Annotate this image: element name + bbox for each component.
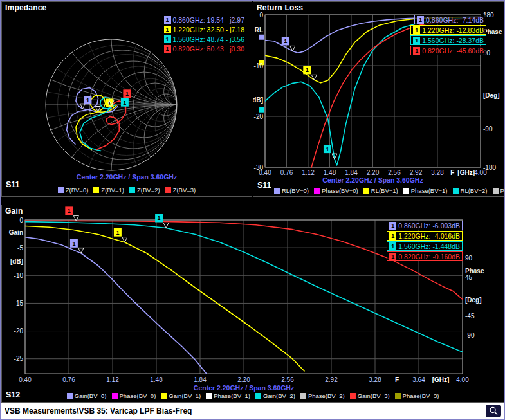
axis-label: [Deg] <box>483 92 500 99</box>
axis-label: -20 <box>254 113 264 120</box>
axis-label: 1 <box>125 91 129 97</box>
legend-item-Phase(BV=2)[interactable]: Phase(BV=2) <box>493 187 504 194</box>
axis-label: F <box>395 376 399 383</box>
return-loss-marker-readouts: 10.860GHz: -7.14dB11.220GHz: -12.83dB11.… <box>410 15 486 55</box>
marker-flag: 1 <box>164 26 171 33</box>
marker-flag: 1 <box>164 45 171 53</box>
legend-item-Phase(BV=0)[interactable]: Phase(BV=0) <box>314 187 358 194</box>
legend-color-swatch <box>129 187 135 193</box>
vnwa-window: 1111 Impedance 10.860GHz: 19.54 - j2.971… <box>0 0 505 420</box>
chart-marker-1.560GHz[interactable]: 1 <box>155 214 169 228</box>
legend-color-swatch <box>453 188 459 194</box>
gain-legend: Gain(BV=0)Phase(BV=0)Gain(BV=1)Phase(BV=… <box>2 392 504 399</box>
axis-label: -5 <box>17 244 23 251</box>
legend-item-Gain(BV=1)[interactable]: Gain(BV=1) <box>161 392 201 399</box>
marker-readout-text: 1.560GHz: -28.37dB <box>422 37 484 44</box>
legend-label: Z(BV=1) <box>101 187 124 194</box>
impedance-panel: 1111 Impedance 10.860GHz: 19.54 - j2.971… <box>1 1 252 197</box>
legend-label: Phase(BV=2) <box>308 392 345 399</box>
legend-label: Phase(BV=0) <box>322 187 358 194</box>
legend-item-Phase(BV=3)[interactable]: Phase(BV=3) <box>395 392 439 399</box>
marker-readout-text: 0.860GHz: 19.54 - j2.97 <box>173 16 245 24</box>
marker-readout: 10.860GHz: 19.54 - j2.97 <box>162 15 247 24</box>
legend-item-Z(BV=2)[interactable]: Z(BV=2) <box>129 187 160 194</box>
legend-label: RL(BV=2) <box>461 187 488 194</box>
axis-label: 1 <box>326 146 329 152</box>
axis-label: 0.76 <box>280 169 293 176</box>
legend-item-Gain(BV=0)[interactable]: Gain(BV=0) <box>67 392 107 399</box>
axis-label: 4.00 <box>474 169 487 176</box>
marker-readout: 10.860GHz: -6.003dB <box>387 221 463 230</box>
axis-label: 3.28 <box>369 376 381 383</box>
axis-label: -10 <box>14 272 24 279</box>
legend-item-Phase(BV=2)[interactable]: Phase(BV=2) <box>300 392 345 399</box>
panel-title-return-loss: Return Loss <box>257 3 303 12</box>
marker-readout-text: 1.220GHz: -12.83dB <box>422 26 484 34</box>
legend-item-Gain(BV=3)[interactable]: Gain(BV=3) <box>350 392 390 399</box>
legend-color-swatch <box>255 393 261 399</box>
legend-item-Gain(BV=2)[interactable]: Gain(BV=2) <box>255 392 295 399</box>
legend-item-RL(BV=0)[interactable]: RL(BV=0) <box>274 187 309 194</box>
marker-flag: 1 <box>389 253 396 260</box>
axis-label: [GHz] <box>432 376 450 383</box>
legend-item-Phase(BV=1)[interactable]: Phase(BV=1) <box>403 187 448 194</box>
legend-item-Phase(BV=0)[interactable]: Phase(BV=0) <box>112 392 156 399</box>
legend-color-swatch <box>206 393 212 399</box>
legend-item-Z(BV=1)[interactable]: Z(BV=1) <box>93 187 124 194</box>
axis-label: RL <box>255 26 263 33</box>
axis-label: 1 <box>123 100 126 106</box>
marker-flag: 1 <box>389 242 396 250</box>
axis-label: 0 <box>259 12 263 19</box>
axis-label: 2.92 <box>410 169 423 176</box>
status-text: VSB Measurements\VSB 35: Varicap LPF Bia… <box>5 406 192 415</box>
legend-color-swatch <box>58 187 64 193</box>
axis-label: 1 <box>86 97 89 104</box>
legend-item-Phase(BV=1)[interactable]: Phase(BV=1) <box>206 392 250 399</box>
legend-item-Z(BV=0)[interactable]: Z(BV=0) <box>58 187 89 194</box>
marker-flag: 1 <box>389 232 396 240</box>
legend-color-swatch <box>314 188 320 194</box>
axis-label: 1 <box>284 38 287 44</box>
axis-label: 1.48 <box>324 169 336 176</box>
marker-readout-text: 0.820GHz: -45.60dB <box>422 47 484 55</box>
chart-marker-0.820GHz[interactable]: 1 <box>65 206 78 221</box>
axis-label: 2.92 <box>325 376 338 383</box>
magnifier-icon[interactable] <box>486 405 501 417</box>
axis-label: -90 <box>483 125 493 132</box>
axis-label: 0.40 <box>259 169 271 176</box>
axis-label: -10 <box>254 62 264 69</box>
marker-readout-text: 1.220GHz: -4.016dB <box>398 232 460 240</box>
marker-flag: 1 <box>413 47 420 55</box>
legend-label: Gain(BV=2) <box>263 392 295 399</box>
marker-readout-text: 1.220GHz: 32.50 - j7.18 <box>173 26 245 33</box>
legend-item-RL(BV=2)[interactable]: RL(BV=2) <box>453 187 488 194</box>
axis-label: 3.28 <box>431 169 444 176</box>
axis-label: -45 <box>465 313 475 320</box>
axis-label: 0.40 <box>19 376 32 383</box>
axis-label: [dB] <box>10 258 23 265</box>
axis-label: 90 <box>465 255 473 262</box>
axis-label: 1 <box>68 208 71 214</box>
axis-label: 45 <box>465 274 473 281</box>
marker-flag: 1 <box>164 16 171 24</box>
chart-marker-1.220GHz[interactable]: 1 <box>303 66 317 80</box>
legend-label: Z(BV=3) <box>173 187 196 194</box>
legend-color-swatch <box>300 393 306 399</box>
legend-item-Z(BV=3)[interactable]: Z(BV=3) <box>165 187 196 194</box>
axis-label: 2.20 <box>367 169 380 176</box>
panel-title-impedance: Impedance <box>5 3 47 12</box>
legend-color-swatch <box>161 393 167 399</box>
axis-label: 1.12 <box>302 169 315 176</box>
legend-label: Phase(BV=1) <box>411 187 448 194</box>
legend-label: Phase(BV=2) <box>500 187 504 194</box>
impedance-center-span-label: Center 2.20GHz / Span 3.60GHz <box>2 173 252 181</box>
axis-label: [Deg] <box>465 297 482 304</box>
chart-marker-1.560GHz[interactable]: 1 <box>324 145 337 159</box>
legend-label: RL(BV=0) <box>282 187 309 194</box>
axis-label: 1.84 <box>194 376 207 383</box>
legend-color-swatch <box>363 188 369 194</box>
legend-item-RL(BV=1)[interactable]: RL(BV=1) <box>363 187 398 194</box>
status-bar: VSB Measurements\VSB 35: Varicap LPF Bia… <box>1 403 504 419</box>
axis-label: 1 <box>306 67 309 73</box>
axis-label: 1.12 <box>106 376 119 383</box>
